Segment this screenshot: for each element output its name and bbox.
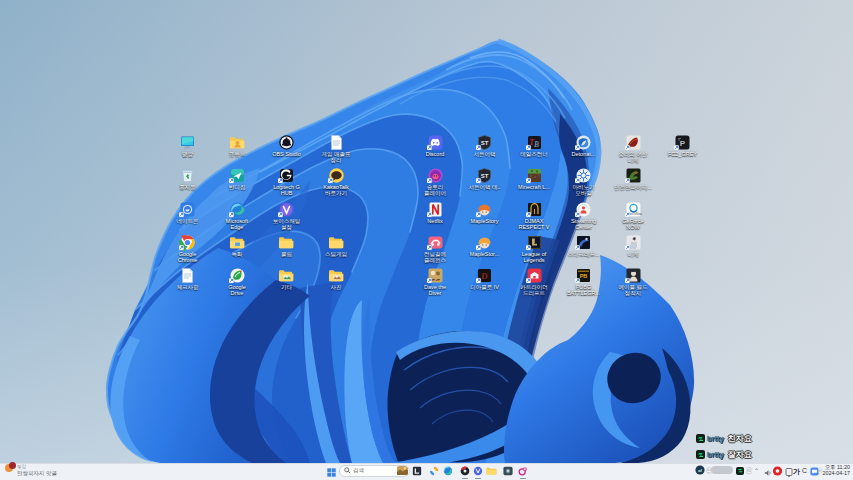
svg-text:ST: ST (481, 140, 489, 146)
svg-text:P: P (680, 139, 686, 148)
svg-text:D: D (481, 271, 488, 281)
svg-text:B: B (532, 140, 538, 149)
svg-text:ST: ST (481, 173, 489, 179)
svg-text:PB: PB (580, 273, 588, 279)
